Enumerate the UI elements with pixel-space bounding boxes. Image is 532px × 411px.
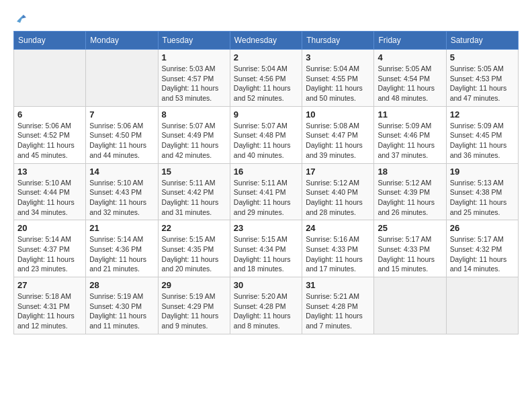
- day-number: 27: [17, 280, 82, 290]
- calendar-cell: [446, 277, 518, 334]
- sunset-text: Sunset: 4:55 PM: [306, 74, 370, 84]
- calendar-cell: 8Sunrise: 5:07 AMSunset: 4:49 PMDaylight…: [158, 106, 230, 163]
- daylight-text: Daylight: 11 hours and 18 minutes.: [234, 255, 298, 274]
- weekday-header-monday: Monday: [86, 32, 158, 50]
- daylight-text: Daylight: 11 hours and 21 minutes.: [89, 255, 154, 274]
- sunset-text: Sunset: 4:43 PM: [89, 187, 154, 197]
- calendar-week-row: 6Sunrise: 5:06 AMSunset: 4:52 PMDaylight…: [14, 106, 519, 163]
- day-number: 7: [89, 109, 154, 120]
- daylight-text: Daylight: 11 hours and 31 minutes.: [162, 197, 226, 217]
- calendar-cell: 26Sunrise: 5:17 AMSunset: 4:32 PMDayligh…: [446, 220, 518, 277]
- weekday-header-sunday: Sunday: [14, 32, 86, 50]
- sunset-text: Sunset: 4:35 PM: [162, 244, 226, 255]
- calendar-cell: 28Sunrise: 5:19 AMSunset: 4:30 PMDayligh…: [86, 277, 158, 334]
- calendar-cell: 16Sunrise: 5:11 AMSunset: 4:41 PMDayligh…: [230, 163, 302, 220]
- sunrise-text: Sunrise: 5:10 AM: [89, 178, 154, 188]
- logo: [13, 13, 26, 20]
- sunset-text: Sunset: 4:40 PM: [306, 187, 370, 197]
- day-number: 9: [234, 109, 298, 120]
- calendar-cell: 27Sunrise: 5:18 AMSunset: 4:31 PMDayligh…: [14, 277, 86, 334]
- sunrise-text: Sunrise: 5:13 AM: [450, 178, 515, 188]
- sunset-text: Sunset: 4:45 PM: [450, 130, 515, 140]
- daylight-text: Daylight: 11 hours and 9 minutes.: [162, 311, 226, 330]
- sunrise-text: Sunrise: 5:12 AM: [378, 178, 442, 188]
- calendar-cell: 10Sunrise: 5:08 AMSunset: 4:47 PMDayligh…: [302, 106, 374, 163]
- sunset-text: Sunset: 4:47 PM: [306, 130, 370, 140]
- day-number: 23: [234, 223, 298, 233]
- sunset-text: Sunset: 4:30 PM: [89, 302, 154, 312]
- day-detail: Sunrise: 5:14 AMSunset: 4:37 PMDaylight:…: [17, 234, 82, 274]
- day-detail: Sunrise: 5:18 AMSunset: 4:31 PMDaylight:…: [17, 291, 82, 331]
- calendar-cell: 5Sunrise: 5:05 AMSunset: 4:53 PMDaylight…: [446, 50, 518, 107]
- page-header: [13, 13, 519, 20]
- calendar-cell: 15Sunrise: 5:11 AMSunset: 4:42 PMDayligh…: [158, 163, 230, 220]
- sunset-text: Sunset: 4:46 PM: [378, 130, 442, 140]
- sunset-text: Sunset: 4:53 PM: [450, 74, 515, 84]
- daylight-text: Daylight: 11 hours and 8 minutes.: [234, 311, 298, 330]
- day-number: 19: [450, 167, 515, 177]
- day-number: 28: [89, 280, 154, 290]
- sunrise-text: Sunrise: 5:07 AM: [162, 121, 226, 131]
- daylight-text: Daylight: 11 hours and 7 minutes.: [306, 311, 370, 330]
- day-detail: Sunrise: 5:11 AMSunset: 4:41 PMDaylight:…: [234, 178, 298, 218]
- day-number: 3: [306, 52, 370, 62]
- sunrise-text: Sunrise: 5:10 AM: [17, 178, 82, 188]
- calendar-cell: 24Sunrise: 5:16 AMSunset: 4:33 PMDayligh…: [302, 220, 374, 277]
- sunrise-text: Sunrise: 5:14 AM: [89, 234, 154, 244]
- day-detail: Sunrise: 5:05 AMSunset: 4:53 PMDaylight:…: [450, 64, 515, 103]
- day-detail: Sunrise: 5:09 AMSunset: 4:46 PMDaylight:…: [378, 121, 442, 161]
- calendar-week-row: 27Sunrise: 5:18 AMSunset: 4:31 PMDayligh…: [14, 277, 519, 334]
- sunrise-text: Sunrise: 5:05 AM: [450, 64, 515, 74]
- sunset-text: Sunset: 4:42 PM: [162, 187, 226, 197]
- day-number: 14: [89, 167, 154, 177]
- day-detail: Sunrise: 5:16 AMSunset: 4:33 PMDaylight:…: [306, 234, 370, 274]
- calendar-table: SundayMondayTuesdayWednesdayThursdayFrid…: [13, 31, 519, 334]
- day-detail: Sunrise: 5:17 AMSunset: 4:33 PMDaylight:…: [378, 234, 442, 274]
- sunset-text: Sunset: 4:34 PM: [234, 244, 298, 255]
- day-number: 15: [162, 167, 226, 177]
- calendar-cell: 11Sunrise: 5:09 AMSunset: 4:46 PMDayligh…: [374, 106, 446, 163]
- calendar-cell: 29Sunrise: 5:19 AMSunset: 4:29 PMDayligh…: [158, 277, 230, 334]
- day-number: 30: [234, 280, 298, 290]
- sunset-text: Sunset: 4:31 PM: [17, 302, 82, 312]
- sunset-text: Sunset: 4:28 PM: [234, 302, 298, 312]
- sunset-text: Sunset: 4:33 PM: [306, 244, 370, 255]
- day-detail: Sunrise: 5:04 AMSunset: 4:55 PMDaylight:…: [306, 64, 370, 103]
- day-number: 16: [234, 167, 298, 177]
- daylight-text: Daylight: 11 hours and 17 minutes.: [306, 255, 370, 274]
- calendar-cell: 4Sunrise: 5:05 AMSunset: 4:54 PMDaylight…: [374, 50, 446, 107]
- sunset-text: Sunset: 4:52 PM: [17, 130, 82, 140]
- daylight-text: Daylight: 11 hours and 50 minutes.: [306, 83, 370, 103]
- sunset-text: Sunset: 4:39 PM: [378, 187, 442, 197]
- svg-marker-1: [17, 15, 24, 23]
- day-number: 25: [378, 223, 442, 233]
- day-detail: Sunrise: 5:04 AMSunset: 4:56 PMDaylight:…: [234, 64, 298, 103]
- daylight-text: Daylight: 11 hours and 42 minutes.: [162, 140, 226, 160]
- sunrise-text: Sunrise: 5:11 AM: [162, 178, 226, 188]
- sunrise-text: Sunrise: 5:15 AM: [162, 234, 226, 244]
- day-number: 17: [306, 167, 370, 177]
- daylight-text: Daylight: 11 hours and 28 minutes.: [306, 197, 370, 217]
- sunset-text: Sunset: 4:54 PM: [378, 74, 442, 84]
- sunrise-text: Sunrise: 5:04 AM: [306, 64, 370, 74]
- day-number: 4: [378, 52, 442, 62]
- day-detail: Sunrise: 5:14 AMSunset: 4:36 PMDaylight:…: [89, 234, 154, 274]
- daylight-text: Daylight: 11 hours and 20 minutes.: [162, 255, 226, 274]
- sunset-text: Sunset: 4:38 PM: [450, 187, 515, 197]
- sunrise-text: Sunrise: 5:21 AM: [306, 291, 370, 302]
- day-number: 8: [162, 109, 226, 120]
- daylight-text: Daylight: 11 hours and 37 minutes.: [378, 140, 442, 160]
- day-detail: Sunrise: 5:13 AMSunset: 4:38 PMDaylight:…: [450, 178, 515, 218]
- day-number: 24: [306, 223, 370, 233]
- calendar-cell: 1Sunrise: 5:03 AMSunset: 4:57 PMDaylight…: [158, 50, 230, 107]
- daylight-text: Daylight: 11 hours and 52 minutes.: [234, 83, 298, 103]
- calendar-cell: 25Sunrise: 5:17 AMSunset: 4:33 PMDayligh…: [374, 220, 446, 277]
- calendar-cell: 19Sunrise: 5:13 AMSunset: 4:38 PMDayligh…: [446, 163, 518, 220]
- sunset-text: Sunset: 4:49 PM: [162, 130, 226, 140]
- sunrise-text: Sunrise: 5:09 AM: [450, 121, 515, 131]
- calendar-cell: 21Sunrise: 5:14 AMSunset: 4:36 PMDayligh…: [86, 220, 158, 277]
- calendar-cell: 14Sunrise: 5:10 AMSunset: 4:43 PMDayligh…: [86, 163, 158, 220]
- sunrise-text: Sunrise: 5:16 AM: [306, 234, 370, 244]
- sunrise-text: Sunrise: 5:06 AM: [89, 121, 154, 131]
- daylight-text: Daylight: 11 hours and 47 minutes.: [450, 83, 515, 103]
